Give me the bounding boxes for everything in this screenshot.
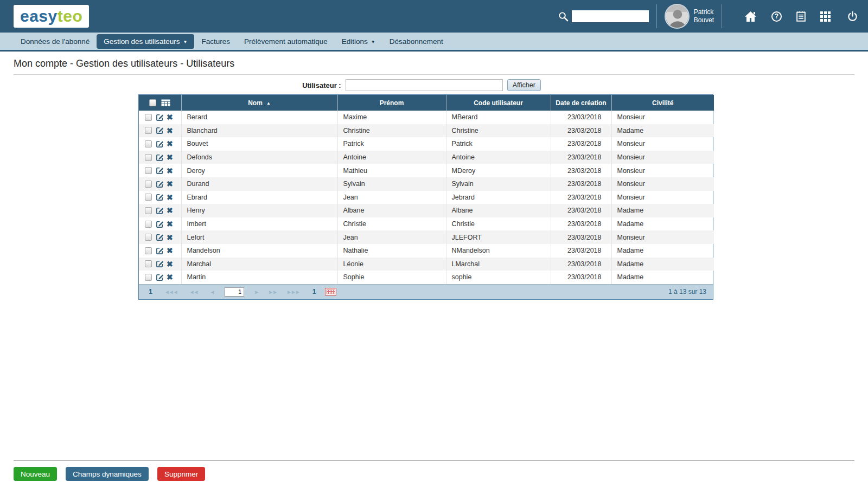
cell-date-creation: 23/03/2018 [551,177,611,191]
row-checkbox[interactable] [145,114,152,121]
pager-first-icon[interactable]: ◄◄◄ [164,289,177,295]
keyboard-icon[interactable] [325,288,336,296]
chevron-down-icon: ▼ [183,40,188,44]
cell-prenom: Nathalie [337,244,446,258]
delete-icon[interactable]: ✖ [167,193,173,202]
column-header-prenom[interactable]: Prénom [337,95,446,111]
notes-icon[interactable] [796,11,806,22]
row-checkbox[interactable] [145,167,152,174]
cell-civilite: Monsieur [611,191,714,204]
row-checkbox[interactable] [145,181,152,188]
edit-icon[interactable] [156,140,164,148]
home-icon[interactable] [744,11,757,22]
header-search-input[interactable] [572,10,649,22]
delete-icon[interactable]: ✖ [167,233,173,242]
edit-icon[interactable] [156,166,164,175]
supprimer-button[interactable]: Supprimer [157,467,205,481]
help-icon[interactable]: ? [771,11,782,22]
header-divider [656,4,657,28]
cell-prenom: Jean [337,191,446,204]
nav-item-prelevement-automatique[interactable]: Prélèvement automatique [237,34,335,49]
row-checkbox[interactable] [145,274,152,281]
delete-icon[interactable]: ✖ [167,273,173,281]
delete-icon[interactable]: ✖ [167,126,173,135]
edit-icon[interactable] [156,126,164,134]
edit-icon[interactable] [156,207,164,215]
cell-date-creation: 23/03/2018 [551,164,611,177]
column-header-code-utilisateur[interactable]: Code utilisateur [446,95,551,111]
pager-summary: 1 à 13 sur 13 [668,288,706,296]
cell-code-utilisateur: LMarchal [446,258,551,271]
edit-icon[interactable] [156,193,164,201]
delete-icon[interactable]: ✖ [167,139,173,148]
nav-item-editions[interactable]: Editions▼ [335,34,382,49]
cell-nom: Imbert [181,217,337,231]
row-actions-cell: ✖ [139,137,181,151]
user-filter-input[interactable] [346,79,503,91]
pager-fast-prev-icon[interactable]: ◄◄ [189,289,198,295]
cell-date-creation: 23/03/2018 [551,137,611,151]
column-header-nom[interactable]: Nom▲ [181,95,337,111]
cell-code-utilisateur: JLEFORT [446,230,551,244]
edit-icon[interactable] [156,153,164,162]
cell-code-utilisateur: sophie [446,271,551,284]
app-header: easyteo Patrick Bouvet ? [0,0,868,33]
cell-code-utilisateur: Patrick [446,137,551,151]
pager-next-icon[interactable]: ► [254,289,258,295]
delete-icon[interactable]: ✖ [167,220,173,228]
row-checkbox[interactable] [145,260,152,267]
delete-icon[interactable]: ✖ [167,113,173,121]
delete-icon[interactable]: ✖ [167,166,173,175]
title-divider [14,74,854,75]
pager-page-input[interactable] [225,287,244,297]
column-header-date-creation[interactable]: Date de création [551,95,611,111]
delete-icon[interactable]: ✖ [167,179,173,188]
row-checkbox[interactable] [145,140,152,147]
edit-icon[interactable] [156,260,164,268]
apps-grid-icon[interactable] [820,11,831,22]
header-right: Patrick Bouvet ? [558,4,858,29]
delete-icon[interactable]: ✖ [167,153,173,162]
nouveau-button[interactable]: Nouveau [14,467,57,481]
select-all-checkbox[interactable] [149,99,156,106]
table-row: ✖MandelsonNathalieNMandelson23/03/2018Ma… [139,244,714,258]
edit-icon[interactable] [156,233,164,241]
delete-icon[interactable]: ✖ [167,206,173,215]
edit-icon[interactable] [156,247,164,255]
cell-nom: Mandelson [181,244,337,258]
column-header-civilite[interactable]: Civilité [611,95,714,111]
edit-icon[interactable] [156,220,164,228]
pager-fast-next-icon[interactable]: ►► [268,289,277,295]
champs-dynamiques-button[interactable]: Champs dynamiques [66,467,149,481]
row-checkbox[interactable] [145,234,152,241]
row-checkbox[interactable] [145,127,152,134]
delete-icon[interactable]: ✖ [167,246,173,255]
table-columns-icon[interactable] [161,99,170,106]
table-row: ✖BerardMaximeMBerard23/03/2018Monsieur [139,111,714,124]
nav-item-gestion-des-utilisateurs[interactable]: Gestion des utilisateurs▼ [97,34,194,49]
nav-item-donnees-de-l-abonne[interactable]: Données de l'abonné [14,34,97,49]
user-last-name: Bouvet [694,16,714,24]
row-checkbox[interactable] [145,194,152,201]
cell-civilite: Monsieur [611,164,714,177]
row-checkbox[interactable] [145,221,152,228]
delete-icon[interactable]: ✖ [167,260,173,268]
pager-last-icon[interactable]: ►►► [286,289,299,295]
edit-icon[interactable] [156,113,164,121]
edit-icon[interactable] [156,273,164,281]
power-icon[interactable] [847,11,858,22]
nav-item-desabonnement[interactable]: Désabonnement [382,34,450,49]
afficher-button[interactable]: Afficher [507,79,541,91]
header-actions-cell [139,95,181,111]
avatar[interactable] [665,4,690,29]
app-logo[interactable]: easyteo [14,5,89,28]
edit-icon[interactable] [156,180,164,188]
nav-item-factures[interactable]: Factures [194,34,237,49]
cell-date-creation: 23/03/2018 [551,191,611,204]
cell-civilite: Madame [611,271,714,284]
row-checkbox[interactable] [145,207,152,214]
row-checkbox[interactable] [145,154,152,161]
row-checkbox[interactable] [145,247,152,254]
page: easyteo Patrick Bouvet ? [0,0,868,488]
pager-prev-icon[interactable]: ◄ [209,289,214,295]
